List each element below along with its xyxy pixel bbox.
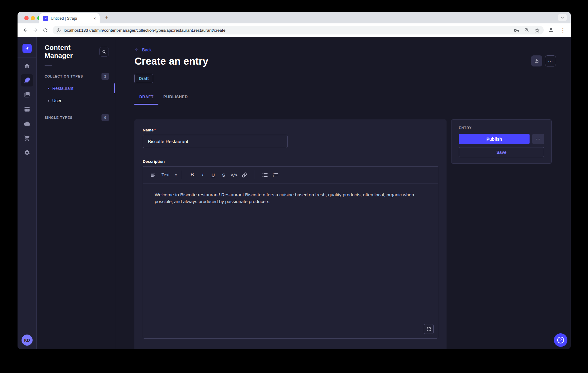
collection-types-count-badge: 2 xyxy=(101,73,109,80)
url-text: localhost:1337/admin/content-manager/col… xyxy=(64,28,225,33)
bulleted-list-icon xyxy=(262,173,268,177)
bullet-icon xyxy=(48,100,49,102)
header-more-button[interactable]: ⋯ xyxy=(545,55,556,66)
numbered-list-button[interactable]: 12 xyxy=(270,170,281,180)
bold-button[interactable]: B xyxy=(187,170,197,180)
text-style-label: Text xyxy=(161,172,170,177)
zoom-in-icon[interactable] xyxy=(524,27,530,33)
description-field-label: Description xyxy=(143,159,438,164)
underline-button[interactable]: U xyxy=(208,170,218,180)
tab-draft[interactable]: DRAFT xyxy=(134,95,158,105)
link-icon xyxy=(242,172,247,178)
collection-types-label: COLLECTION TYPES xyxy=(45,74,83,78)
tab-strip: Untitled | Strapi × + xyxy=(18,12,571,23)
sidebar-item-media-library[interactable] xyxy=(21,89,33,101)
arrow-left-icon xyxy=(134,47,139,52)
browser-window: Untitled | Strapi × + localhost:1337/adm… xyxy=(18,12,571,349)
strikethrough-button[interactable]: S xyxy=(218,170,229,180)
italic-button[interactable]: I xyxy=(197,170,208,180)
sidebar-item-content-type-builder[interactable] xyxy=(21,103,33,115)
profile-icon[interactable] xyxy=(546,25,556,35)
svg-text:1: 1 xyxy=(273,172,274,174)
url-bar[interactable]: localhost:1337/admin/content-manager/col… xyxy=(53,26,544,34)
strapi-app: KD Content Manager COLLECTION TYPES 2 Re… xyxy=(18,37,571,349)
bookmark-star-icon[interactable] xyxy=(534,27,540,33)
save-button[interactable]: Save xyxy=(459,147,544,157)
name-field-label: Name* xyxy=(143,128,438,132)
sidebar-item-content-manager[interactable] xyxy=(21,74,33,86)
search-button[interactable] xyxy=(99,47,109,57)
download-icon xyxy=(534,58,539,64)
tab-published[interactable]: PUBLISHED xyxy=(158,95,193,105)
site-info-icon[interactable] xyxy=(56,28,61,33)
paragraph-icon xyxy=(150,172,156,177)
sidebar-item-settings[interactable] xyxy=(21,146,33,159)
editor-toolbar: Text ▾ B I U S </> xyxy=(143,166,438,183)
subnav-item-user[interactable]: User xyxy=(37,94,115,107)
name-input[interactable] xyxy=(143,135,288,148)
toolbar-separator xyxy=(182,170,182,179)
bulleted-list-button[interactable] xyxy=(260,170,270,180)
user-avatar[interactable]: KD xyxy=(22,335,33,346)
version-tabs: DRAFT PUBLISHED xyxy=(134,95,193,105)
reload-icon[interactable] xyxy=(40,25,50,35)
chevron-down-icon: ▾ xyxy=(175,173,177,177)
traffic-lights xyxy=(24,16,42,20)
toolbar-separator xyxy=(255,170,255,179)
forward-icon[interactable] xyxy=(30,25,40,35)
required-asterisk: * xyxy=(154,128,156,132)
sidebar-item-marketplace[interactable] xyxy=(21,132,33,144)
status-badge: Draft xyxy=(134,74,153,83)
text-style-dropdown[interactable]: Text ▾ xyxy=(150,172,177,177)
nav-rail: KD xyxy=(18,37,37,349)
export-button[interactable] xyxy=(531,55,542,66)
main-content: Back Create an entry ⋯ Draft DRAFT PUBLI… xyxy=(115,37,571,349)
entry-panel-title: ENTRY xyxy=(459,126,544,130)
back-icon[interactable] xyxy=(21,25,30,35)
bullet-icon xyxy=(48,88,49,89)
rich-text-editor: Text ▾ B I U S </> xyxy=(143,166,438,339)
browser-menu-icon[interactable]: ⋮ xyxy=(558,25,568,35)
subnav-item-label: Restaurant xyxy=(52,86,73,91)
expand-editor-button[interactable] xyxy=(424,324,434,334)
back-link[interactable]: Back xyxy=(134,47,152,52)
back-label: Back xyxy=(142,47,152,52)
expand-icon xyxy=(427,327,431,331)
entry-panel: ENTRY Publish ⋯ Save xyxy=(451,119,552,164)
browser-toolbar: localhost:1337/admin/content-manager/col… xyxy=(18,23,571,37)
content-manager-subnav: Content Manager COLLECTION TYPES 2 Resta… xyxy=(37,37,115,349)
close-tab-icon[interactable]: × xyxy=(93,16,97,21)
subnav-item-label: User xyxy=(52,98,62,103)
numbered-list-icon: 12 xyxy=(273,172,278,177)
sidebar-item-home[interactable] xyxy=(21,60,33,72)
sidebar-item-deploy[interactable] xyxy=(21,118,33,130)
page-title: Create an entry xyxy=(134,55,208,67)
rail-divider xyxy=(18,57,36,58)
browser-tab[interactable]: Untitled | Strapi × xyxy=(39,13,100,23)
minimize-window-button[interactable] xyxy=(31,16,35,20)
tab-search-button[interactable] xyxy=(558,14,567,21)
tab-title: Untitled | Strapi xyxy=(51,16,90,21)
password-key-icon[interactable] xyxy=(514,27,519,33)
single-types-count-badge: 0 xyxy=(101,114,109,121)
close-window-button[interactable] xyxy=(24,16,29,20)
question-mark-icon: ? xyxy=(557,337,564,343)
publish-button[interactable]: Publish xyxy=(459,134,530,144)
entry-more-button[interactable]: ⋯ xyxy=(532,134,544,144)
single-types-label: SINGLE TYPES xyxy=(45,116,73,119)
strapi-favicon-icon xyxy=(43,16,48,21)
new-tab-button[interactable]: + xyxy=(103,14,110,22)
help-button[interactable]: ? xyxy=(554,333,567,347)
entry-form-card: Name* Description Text ▾ B I U xyxy=(134,119,447,349)
link-button[interactable] xyxy=(239,170,250,180)
editor-content[interactable]: Welcome to Biscotte restaurant! Restaura… xyxy=(143,183,438,213)
subnav-title: Content Manager xyxy=(45,44,99,60)
strapi-logo[interactable] xyxy=(22,44,32,53)
svg-text:2: 2 xyxy=(273,175,274,177)
subnav-item-restaurant[interactable]: Restaurant xyxy=(37,82,115,94)
code-button[interactable]: </> xyxy=(229,170,239,180)
